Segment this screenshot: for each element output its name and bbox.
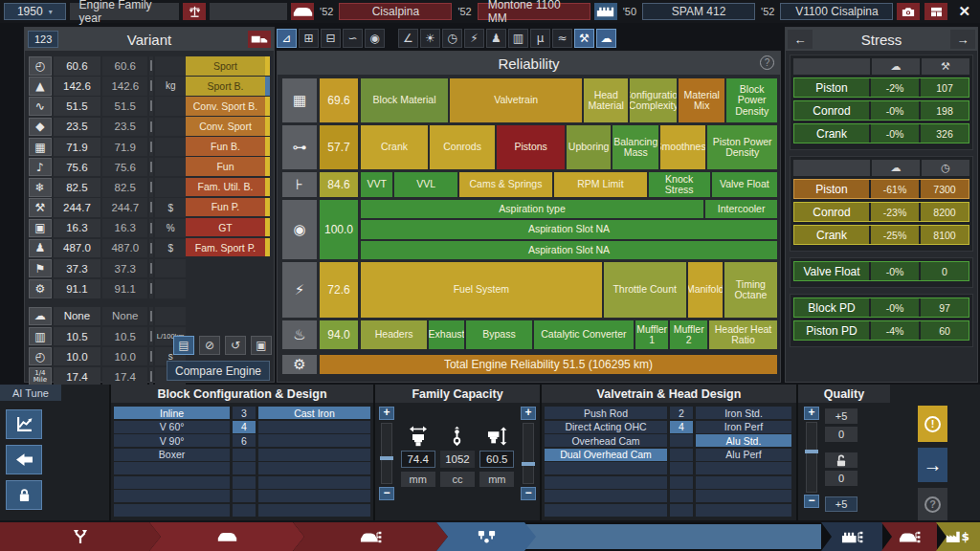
mu-friction-icon[interactable]: µ (530, 29, 550, 48)
close-icon[interactable]: ✕ (952, 3, 976, 20)
friction-icon[interactable]: ☀ (420, 29, 440, 48)
scale-icon[interactable] (183, 3, 206, 20)
segment-valvetrain[interactable]: Valvetrain (450, 78, 582, 122)
segment-piston-power-density[interactable]: Piston Power Density (707, 125, 777, 169)
stroke-minus-button[interactable]: − (521, 487, 536, 500)
bore-minus-button[interactable]: − (379, 487, 394, 500)
variant-item-sport[interactable]: Sport (186, 56, 270, 76)
variant-item-fam-util-b[interactable]: Fam. Util. B. (186, 178, 270, 197)
help-icon[interactable]: ? (760, 55, 774, 70)
stat-mode-badge[interactable]: 123 (28, 31, 58, 48)
capacity-value[interactable]: 60.5 (479, 451, 514, 468)
valvetrain-option-direct-acting-ohc[interactable]: Direct Acting OHC (545, 421, 667, 433)
list-view-icon[interactable]: ⊟ (321, 29, 341, 48)
undo-icon[interactable]: ↺ (225, 336, 246, 355)
gauge-icon[interactable]: ◷ (442, 29, 462, 48)
quality-slider[interactable] (806, 422, 817, 493)
variant-item-sport-b[interactable]: Sport B. (186, 77, 270, 96)
segment-throttle-count[interactable]: Throttle Count (604, 262, 686, 318)
segment-vvl[interactable]: VVL (394, 172, 457, 197)
variant-item-gt[interactable]: GT (186, 218, 270, 237)
segment-aspiration-slot-na[interactable]: Aspiration Slot NA (361, 241, 777, 259)
year-dropdown[interactable]: 1950 ▾ (4, 3, 66, 20)
valvetrain-option-overhead-cam[interactable]: Overhead Cam (545, 434, 667, 447)
lock-button[interactable] (6, 480, 42, 510)
capacity-value[interactable]: 74.4 (401, 451, 435, 468)
nav-engine-variants[interactable] (821, 522, 882, 551)
mechanical-icon[interactable]: ♟ (486, 29, 506, 48)
tab-cisalpina[interactable]: Cisalpina (339, 3, 452, 20)
material-option-cast-iron[interactable]: Cast Iron (258, 407, 370, 419)
compare-engine-button[interactable]: Compare Engine (167, 361, 270, 381)
segment-knock-stress[interactable]: Knock Stress (649, 172, 710, 197)
head-option-alu-perf[interactable]: Alu Perf (696, 449, 791, 461)
turbo-view-icon[interactable]: ◉ (365, 29, 385, 48)
stress-next-arrow[interactable]: → (950, 30, 975, 49)
layout-icon[interactable] (924, 3, 947, 20)
camera-icon[interactable] (897, 3, 920, 20)
segment-head-material[interactable]: Head Material (584, 78, 628, 122)
truck-icon[interactable] (248, 31, 271, 48)
segment-aspiration-slot-na[interactable]: Aspiration Slot NA (361, 220, 777, 238)
next-button[interactable]: → (918, 448, 947, 482)
segment-aspiration-type[interactable]: Aspiration type (361, 200, 703, 218)
copy-icon[interactable]: ▣ (251, 336, 272, 355)
unlock-icon[interactable] (825, 452, 858, 468)
ai-tune-tab[interactable]: AI Tune (0, 385, 61, 401)
cylinder-option-4[interactable]: 4 (233, 421, 256, 433)
variant-item-fun[interactable]: Fun (186, 157, 270, 176)
segment-bypass[interactable]: Bypass (466, 320, 532, 349)
notes-icon[interactable]: ▤ (173, 336, 194, 355)
variant-item-conv-sport-b[interactable]: Conv. Sport B. (186, 97, 270, 116)
segment-block-power-density[interactable]: Block Power Density (726, 78, 777, 122)
knock-icon[interactable]: ⚒ (574, 29, 594, 48)
variant-item-fam-sport-p[interactable]: Fam. Sport P. (186, 238, 270, 257)
nav-car-trim[interactable] (293, 522, 448, 551)
layout-option-v-90[interactable]: V 90° (114, 434, 230, 447)
nav-car-variants[interactable] (881, 522, 937, 551)
fuel-pump-icon[interactable]: ▥ (508, 29, 528, 48)
segment-catalytic-converter[interactable]: Catalytic Converter (534, 320, 634, 349)
stress-prev-arrow[interactable]: ← (788, 30, 813, 49)
nav-engine-family[interactable] (436, 522, 536, 551)
nav-car-body[interactable] (149, 522, 304, 551)
layout-option-v-60[interactable]: V 60° (114, 421, 230, 433)
valvetrain-option-dual-overhead-cam[interactable]: Dual Overhead Cam (545, 449, 667, 461)
segment-muffler-2[interactable]: Muffler 2 (670, 320, 706, 349)
variant-item-fun-b[interactable]: Fun B. (186, 137, 270, 156)
segment-vvt[interactable]: VVT (361, 172, 392, 197)
segment-configuration-complexity[interactable]: Configuration Complexity (630, 78, 677, 122)
stroke-slider[interactable] (523, 423, 534, 484)
valvetrain-option-push-rod[interactable]: Push Rod (545, 407, 667, 419)
nav-markets[interactable] (0, 522, 161, 551)
tab-montone-1100-mm[interactable]: Montone 1100 MM (478, 3, 590, 20)
cylinder-option-3[interactable]: 3 (233, 407, 256, 419)
layout-option-boxer[interactable]: Boxer (114, 449, 230, 461)
segment-block-material[interactable]: Block Material (361, 78, 448, 122)
segment-crank[interactable]: Crank (361, 125, 428, 169)
segment-rpm-limit[interactable]: RPM Limit (554, 172, 647, 197)
segment-conrods[interactable]: Conrods (430, 125, 495, 169)
stroke-plus-button[interactable]: + (521, 407, 536, 420)
nav-factory-money[interactable]: $ (936, 522, 980, 551)
segment-muffler-1[interactable]: Muffler 1 (635, 320, 669, 349)
segment-timing-octane[interactable]: Timing Octane (724, 262, 777, 318)
capacity-value[interactable]: 1052 (440, 451, 475, 468)
tab-v1100-cisalpina[interactable]: V1100 Cisalpina (780, 3, 893, 20)
variant-item-conv-sport[interactable]: Conv. Sport (186, 117, 270, 136)
disable-icon[interactable]: ⊘ (199, 336, 220, 355)
vibration-icon[interactable]: ≈ (552, 29, 572, 48)
segment-manifold[interactable]: Manifold (688, 262, 723, 318)
segment-header-heat-ratio[interactable]: Header Heat Ratio (709, 320, 777, 349)
dyno-graph-icon[interactable]: ∠ (398, 29, 418, 48)
quality-minus-button[interactable]: − (804, 495, 819, 508)
valve-count-option-2[interactable]: 2 (670, 407, 693, 419)
emissions-icon[interactable]: ☁ (596, 29, 616, 48)
cylinder-option-6[interactable]: 6 (233, 434, 256, 447)
segment-intercooler[interactable]: Intercooler (705, 200, 777, 218)
layout-option-inline[interactable]: Inline (114, 407, 230, 419)
graphs-view-icon[interactable]: ⊿ (277, 29, 297, 48)
segment-headers[interactable]: Headers (361, 320, 427, 349)
segment-pistons[interactable]: Pistons (497, 125, 565, 169)
variant-item-fun-p[interactable]: Fun P. (186, 198, 270, 217)
